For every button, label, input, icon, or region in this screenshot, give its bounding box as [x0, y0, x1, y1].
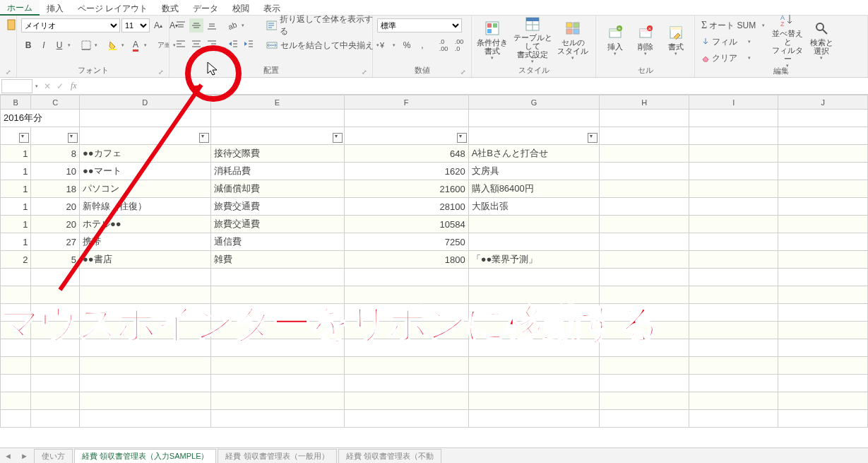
- delete-cells-button[interactable]: × 削除▾: [631, 18, 660, 62]
- col-header[interactable]: I: [689, 95, 778, 110]
- format-cells-button[interactable]: 書式▾: [661, 18, 690, 62]
- clipboard-dialog-launcher[interactable]: ⤢: [5, 69, 12, 76]
- table-row[interactable]: 25●●書店雑費1800「●●業界予測」: [1, 251, 868, 269]
- table-header-payee[interactable]: 支払先・内容等: [80, 127, 211, 145]
- sheet-tab-active[interactable]: 経費 領収書管理表（入力SAMPLE）: [74, 449, 217, 463]
- accounting-format-button[interactable]: ¥: [377, 38, 391, 52]
- underline-button[interactable]: U: [52, 38, 66, 52]
- paste-button[interactable]: [4, 18, 18, 33]
- filter-icon[interactable]: [457, 133, 467, 143]
- alignment-dialog-launcher[interactable]: ⤢: [361, 69, 368, 76]
- table-header-amount[interactable]: 金額: [344, 127, 468, 145]
- table-row[interactable]: 18●●カフェ接待交際費648A社Bさんと打合せ: [1, 145, 868, 163]
- font-name-select[interactable]: メイリオ: [21, 18, 120, 33]
- table-row-empty[interactable]: [1, 339, 868, 357]
- clear-button[interactable]: クリア▾: [699, 51, 756, 65]
- table-row[interactable]: 110●●マート消耗品費1620文房具: [1, 163, 868, 180]
- formula-input[interactable]: [81, 79, 868, 93]
- sheet-title[interactable]: 2016年分: [1, 110, 80, 127]
- cancel-formula-icon[interactable]: ✕: [41, 81, 54, 91]
- col-header[interactable]: F: [344, 95, 468, 110]
- fill-color-button[interactable]: [106, 38, 120, 52]
- col-header[interactable]: G: [468, 95, 600, 110]
- tab-formulas[interactable]: 数式: [155, 1, 186, 15]
- col-header[interactable]: D: [80, 95, 211, 110]
- number-dialog-launcher[interactable]: ⤢: [460, 69, 467, 76]
- fill-button[interactable]: フィル▾: [699, 35, 756, 49]
- table-row-empty[interactable]: [1, 304, 868, 322]
- filter-icon[interactable]: [333, 133, 343, 143]
- col-header[interactable]: B: [1, 95, 31, 110]
- tab-view[interactable]: 表示: [256, 1, 287, 15]
- filter-icon[interactable]: [588, 133, 598, 143]
- conditional-format-button[interactable]: 条件付き 書式▾: [476, 18, 509, 62]
- enter-formula-icon[interactable]: ✓: [54, 81, 66, 91]
- increase-indent-button[interactable]: [242, 37, 256, 51]
- col-header[interactable]: J: [778, 95, 868, 110]
- name-box[interactable]: [1, 79, 32, 93]
- sheet-tab[interactable]: 経費 領収書管理表（一般用）: [218, 449, 336, 463]
- table-row[interactable]: 120ホテル●●旅費交通費10584: [1, 216, 868, 233]
- table-row-empty[interactable]: [1, 322, 868, 339]
- table-header-note[interactable]: 備考: [468, 127, 600, 145]
- sheet-tab[interactable]: 使い方: [34, 449, 73, 463]
- italic-button[interactable]: I: [37, 38, 51, 52]
- sheet-tab[interactable]: 経費 領収書管理表（不動: [338, 449, 441, 463]
- table-row-empty[interactable]: [1, 410, 868, 428]
- fx-icon[interactable]: fx: [66, 81, 81, 91]
- filter-icon[interactable]: [19, 133, 29, 143]
- tab-review[interactable]: 校閲: [225, 1, 256, 15]
- autosum-button[interactable]: Σオート SUM▾: [699, 18, 770, 33]
- tab-nav-next[interactable]: ►: [16, 452, 32, 460]
- border-button[interactable]: [79, 38, 93, 52]
- number-format-select[interactable]: 標準: [377, 18, 462, 33]
- sort-filter-button[interactable]: AZ 並べ替えと フィルター▾: [771, 18, 804, 62]
- tab-insert[interactable]: 挿入: [40, 1, 71, 15]
- tab-home[interactable]: ホーム: [0, 0, 40, 16]
- table-row-empty[interactable]: [1, 357, 868, 375]
- align-bottom-button[interactable]: [205, 18, 219, 33]
- table-header-category[interactable]: 該当項目: [210, 127, 344, 145]
- tab-page-layout[interactable]: ページ レイアウト: [71, 1, 155, 15]
- tab-nav-prev[interactable]: ◄: [0, 452, 16, 460]
- decrease-indent-button[interactable]: [226, 37, 240, 51]
- merge-center-button[interactable]: セルを結合して中央揃え▾: [264, 38, 384, 52]
- table-row-empty[interactable]: [1, 392, 868, 410]
- align-top-button[interactable]: [174, 18, 188, 33]
- wrap-text-button[interactable]: 折り返して全体を表示する: [264, 18, 377, 33]
- col-header[interactable]: C: [31, 95, 80, 110]
- comma-format-button[interactable]: ,: [415, 38, 429, 52]
- font-color-button[interactable]: A: [129, 38, 143, 52]
- tab-data[interactable]: データ: [186, 1, 225, 15]
- find-select-button[interactable]: 検索と 選択▾: [805, 18, 838, 62]
- col-header[interactable]: H: [600, 95, 689, 110]
- orientation-button[interactable]: ab: [226, 18, 240, 33]
- table-row[interactable]: 120新幹線（往復）旅費交通費28100大阪出張: [1, 198, 868, 216]
- filter-icon[interactable]: [199, 133, 209, 143]
- table-row-empty[interactable]: [1, 286, 868, 304]
- number-group-label: 数値: [415, 66, 430, 74]
- align-center-button[interactable]: [189, 37, 203, 51]
- table-row-empty[interactable]: [1, 269, 868, 286]
- bold-button[interactable]: B: [21, 38, 35, 52]
- increase-decimal-button[interactable]: .0.00: [436, 38, 451, 52]
- insert-cells-button[interactable]: + 挿入▾: [600, 18, 629, 62]
- font-size-select[interactable]: 11: [121, 18, 150, 33]
- table-row[interactable]: 127携帯通信費7250: [1, 233, 868, 251]
- table-row-empty[interactable]: [1, 375, 868, 392]
- table-header-day[interactable]: 日: [31, 127, 80, 145]
- table-header-month[interactable]: 月: [1, 127, 31, 145]
- increase-font-button[interactable]: A▴: [151, 18, 165, 33]
- align-left-button[interactable]: [174, 37, 188, 51]
- table-row[interactable]: 118パソコン減価償却費21600購入額86400円: [1, 180, 868, 198]
- font-dialog-launcher[interactable]: ⤢: [157, 69, 165, 76]
- align-right-button[interactable]: [205, 37, 219, 51]
- decrease-decimal-button[interactable]: .00.0: [452, 38, 466, 52]
- col-header[interactable]: E: [210, 95, 344, 110]
- cell-styles-button[interactable]: セルの スタイル▾: [557, 18, 589, 62]
- percent-format-button[interactable]: %: [400, 38, 414, 52]
- worksheet-area[interactable]: B C D E F G H I J 2016年分 月 日 支払先・内容等 該当項…: [0, 95, 868, 447]
- align-middle-button[interactable]: [189, 18, 203, 33]
- format-as-table-button[interactable]: テーブルとして 書式設定▾: [510, 18, 555, 62]
- filter-icon[interactable]: [68, 133, 78, 143]
